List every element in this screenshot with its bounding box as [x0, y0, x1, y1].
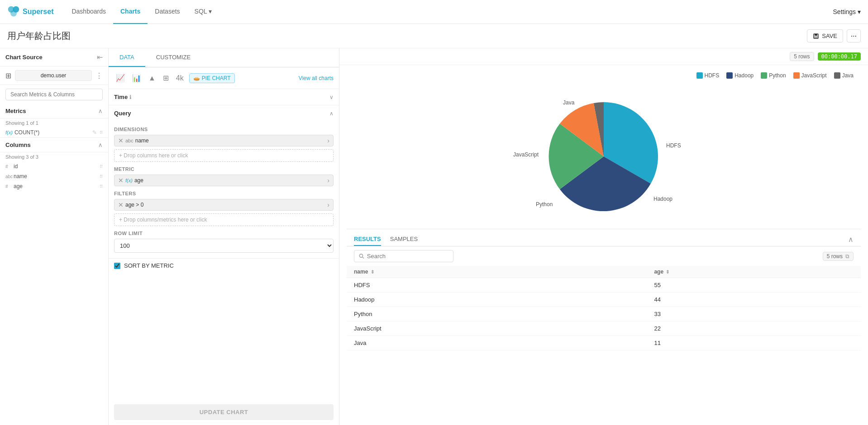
- cell-age-java: 11: [647, 336, 861, 350]
- more-actions-button[interactable]: ⋯: [847, 29, 861, 42]
- metrics-section-header[interactable]: Metrics ∧: [0, 104, 108, 118]
- col-drag-id-icon: ⠿: [100, 164, 103, 169]
- metric-form-label: METRIC: [114, 166, 334, 172]
- filter-remove-icon[interactable]: ✕: [118, 202, 124, 208]
- col-name-age[interactable]: age: [14, 183, 97, 189]
- chart-legend: HDFS Hadoop Python JavaScript Java: [347, 72, 861, 79]
- results-table: name ⇕ age ⇕ HDFS 55: [347, 266, 861, 350]
- nav-charts[interactable]: Charts: [113, 0, 148, 24]
- sort-by-metric-row: SORT BY METRIC: [109, 259, 339, 273]
- chart-source-label: Chart Source: [5, 54, 43, 61]
- sort-name-icon[interactable]: ⇕: [371, 269, 374, 274]
- metrics-label: Metrics: [5, 108, 26, 114]
- row-limit-label: ROW LIMIT: [114, 231, 334, 236]
- time-title: Time: [114, 94, 128, 100]
- tab-data[interactable]: DATA: [109, 48, 145, 67]
- nav-right: Settings ▾: [833, 8, 861, 15]
- tab-customize[interactable]: CUSTOMIZE: [145, 48, 201, 67]
- search-metrics-input[interactable]: [5, 89, 103, 100]
- copy-icon[interactable]: ⧉: [845, 253, 849, 260]
- metric-fx-icon: f(x): [125, 178, 133, 183]
- chart-container: HDFS Hadoop Python JavaScript Java: [339, 65, 868, 425]
- col-name-name[interactable]: name: [14, 173, 97, 179]
- legend-label-javascript: JavaScript: [801, 72, 827, 79]
- pie-chart-svg: HDFS Hadoop Python JavaScript Java: [491, 84, 717, 229]
- col-name-id[interactable]: id: [14, 163, 97, 170]
- results-tab-samples[interactable]: SAMPLES: [390, 233, 418, 246]
- legend-dot-hdfs: [696, 72, 703, 79]
- datasource-more-icon[interactable]: ⋮: [95, 71, 103, 80]
- dimensions-drop-zone[interactable]: + Drop columns here or click: [114, 149, 334, 162]
- results-toolbar: 5 rows ⧉: [347, 246, 861, 266]
- pie-chart-type-btn[interactable]: 🥧 PIE CHART: [189, 73, 235, 83]
- metric-chip-age: ✕ f(x) age ›: [114, 175, 334, 186]
- line-chart-icon[interactable]: 📈: [114, 72, 127, 84]
- pie-label-hadoop: Hadoop: [653, 196, 672, 202]
- save-label: SAVE: [822, 33, 837, 39]
- query-section: Query ∧ DIMENSIONS ✕ abc name › + Drop c…: [109, 105, 339, 259]
- col-item-id: # id ⠿: [0, 161, 108, 171]
- metric-edit-icon[interactable]: ✎: [92, 129, 97, 136]
- results-search-input[interactable]: [367, 253, 448, 260]
- metric-name[interactable]: COUNT(*): [14, 129, 91, 136]
- update-chart-button[interactable]: UPDATE CHART: [114, 404, 334, 420]
- dimension-arrow-icon[interactable]: ›: [327, 137, 329, 144]
- center-tabs: DATA CUSTOMIZE: [109, 48, 339, 67]
- center-panel: DATA CUSTOMIZE 📈 📊 ▲ ⊞ 4k 🥧 PIE CHART Vi…: [109, 48, 339, 425]
- nav-dashboards[interactable]: Dashboards: [64, 0, 113, 24]
- dimension-remove-icon[interactable]: ✕: [118, 137, 124, 144]
- save-button[interactable]: SAVE: [807, 29, 843, 42]
- sort-by-metric-checkbox[interactable]: [114, 263, 120, 269]
- query-content: DIMENSIONS ✕ abc name › + Drop columns h…: [109, 121, 339, 258]
- query-chevron-icon: ∧: [329, 110, 334, 117]
- app-logo[interactable]: Superset: [7, 5, 53, 18]
- columns-label: Columns: [5, 142, 31, 148]
- legend-label-hadoop: Hadoop: [734, 72, 754, 79]
- col-header-name[interactable]: name ⇕: [347, 266, 647, 278]
- table-icon[interactable]: ⊞: [161, 72, 171, 84]
- results-collapse-icon[interactable]: ∧: [848, 235, 854, 244]
- results-search-field: [354, 250, 453, 262]
- datasource-name[interactable]: demo.user: [15, 70, 92, 81]
- metric-remove-icon[interactable]: ✕: [118, 177, 124, 184]
- metric-arrow-icon[interactable]: ›: [327, 177, 329, 184]
- nav-sql[interactable]: SQL ▾: [187, 0, 219, 24]
- col-header-age[interactable]: age ⇕: [647, 266, 861, 278]
- sort-by-metric-label: SORT BY METRIC: [124, 262, 174, 269]
- time-info-icon: ℹ: [129, 94, 132, 100]
- legend-java: Java: [834, 72, 854, 79]
- filter-label: age > 0: [125, 202, 143, 208]
- pie-label-python: Python: [536, 201, 553, 208]
- filters-drop-zone[interactable]: + Drop columns/metrics here or click: [114, 213, 334, 226]
- metric-item: f(x) COUNT(*) ✎ ⠿: [0, 128, 108, 137]
- cell-age-javascript: 22: [647, 321, 861, 336]
- collapse-left-icon[interactable]: ⇤: [97, 53, 103, 61]
- cell-name-java: Java: [347, 336, 647, 350]
- time-section-header[interactable]: Time ℹ ∨: [109, 89, 339, 105]
- bar-chart-icon[interactable]: 📊: [130, 72, 143, 84]
- dimension-name-label: name: [135, 137, 149, 144]
- legend-hdfs: HDFS: [696, 72, 720, 79]
- legend-dot-python: [761, 72, 767, 79]
- columns-section-header[interactable]: Columns ∧: [0, 138, 108, 152]
- row-limit-select[interactable]: 100 10 50 250 500 1000 5000 10000 50000: [114, 239, 334, 253]
- top-navigation: Superset Dashboards Charts Datasets SQL …: [0, 0, 868, 24]
- pie-label-javascript: JavaScript: [513, 151, 539, 158]
- filter-arrow-icon[interactable]: ›: [327, 201, 329, 208]
- big-number-icon[interactable]: 4k: [174, 72, 186, 84]
- title-bar: 用户年龄占比图 SAVE ⋯: [0, 24, 868, 48]
- left-panel: Chart Source ⇤ ⊞ demo.user ⋮ Metrics ∧ S…: [0, 48, 109, 425]
- query-title: Query: [114, 110, 131, 117]
- results-tab-results[interactable]: RESULTS: [354, 233, 381, 246]
- nav-datasets[interactable]: Datasets: [148, 0, 187, 24]
- sort-age-icon[interactable]: ⇕: [666, 269, 669, 274]
- results-table-body: HDFS 55 Hadoop 44 Python 33 JavaScript: [347, 278, 861, 350]
- settings-link[interactable]: Settings ▾: [833, 8, 861, 15]
- search-icon: [359, 253, 364, 259]
- view-all-charts-link[interactable]: View all charts: [299, 75, 334, 81]
- grid-icon[interactable]: ⊞: [5, 71, 11, 80]
- area-chart-icon[interactable]: ▲: [147, 72, 157, 84]
- pie-chart-label: PIE CHART: [202, 75, 231, 81]
- cell-name-hadoop: Hadoop: [347, 293, 647, 307]
- query-section-header[interactable]: Query ∧: [109, 105, 339, 121]
